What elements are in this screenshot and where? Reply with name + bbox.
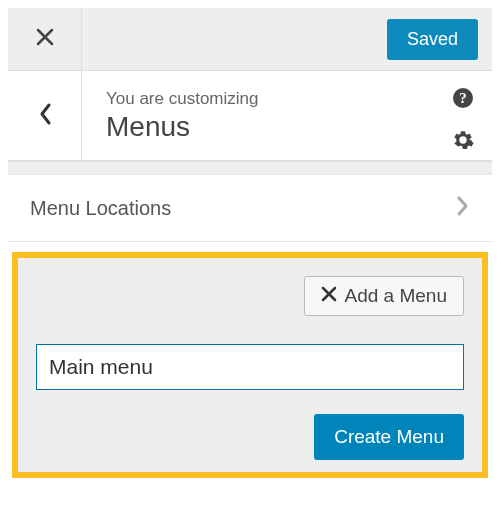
customizing-label: You are customizing: [106, 89, 468, 109]
section-title: Menus: [106, 111, 468, 143]
add-menu-row: Add a Menu: [36, 276, 464, 316]
header-text: You are customizing Menus ?: [82, 71, 492, 160]
back-button[interactable]: [8, 71, 82, 160]
close-icon: [35, 27, 55, 51]
menu-name-input[interactable]: [36, 344, 464, 390]
top-bar-right: Saved: [82, 8, 492, 70]
header-icons: ?: [452, 87, 474, 155]
top-bar: Saved: [8, 8, 492, 71]
divider: [8, 161, 492, 175]
gear-icon[interactable]: [452, 129, 474, 155]
header-row: You are customizing Menus ?: [8, 71, 492, 161]
create-menu-button[interactable]: Create Menu: [314, 414, 464, 460]
create-menu-row: Create Menu: [36, 414, 464, 460]
menu-locations-row[interactable]: Menu Locations: [8, 175, 492, 242]
close-icon: [321, 285, 337, 307]
add-menu-panel: Add a Menu Create Menu: [12, 252, 488, 478]
chevron-right-icon: [456, 195, 470, 221]
help-icon[interactable]: ?: [452, 87, 474, 113]
saved-button[interactable]: Saved: [387, 19, 478, 60]
close-button[interactable]: [8, 8, 82, 70]
svg-text:?: ?: [459, 90, 467, 106]
add-menu-label: Add a Menu: [345, 285, 447, 307]
chevron-left-icon: [38, 102, 52, 130]
add-menu-button[interactable]: Add a Menu: [304, 276, 464, 316]
menu-locations-label: Menu Locations: [30, 197, 171, 220]
